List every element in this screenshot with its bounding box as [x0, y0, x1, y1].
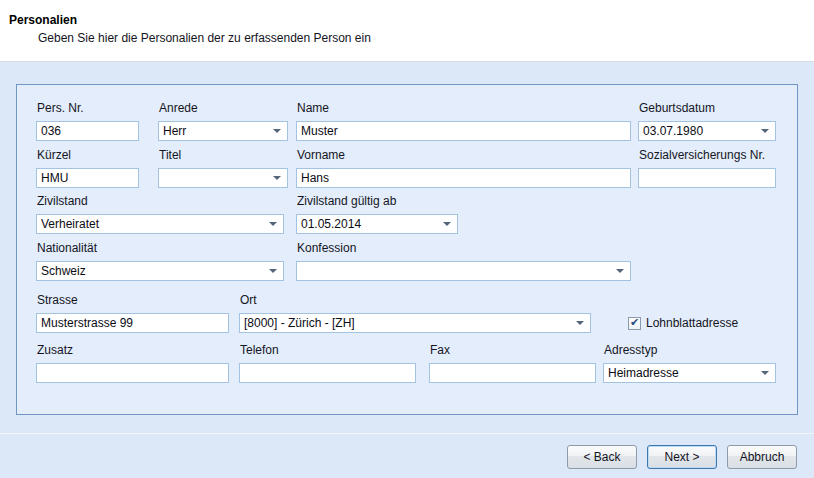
zusatz-label: Zusatz — [37, 343, 229, 358]
personalien-panel: Pers. Nr. Anrede Herr Name Geburtsdatum … — [16, 84, 798, 415]
field-zivilstand: Zivilstand Verheiratet — [36, 194, 284, 234]
field-kuerzel: Kürzel — [36, 148, 139, 188]
zivilstand-value: Verheiratet — [41, 217, 269, 231]
zivilstand-gueltig-ab-value: 01.05.2014 — [301, 217, 443, 231]
field-nationalitaet: Nationalität Schweiz — [36, 241, 284, 281]
titel-select[interactable] — [158, 168, 288, 188]
cancel-button[interactable]: Abbruch — [727, 445, 797, 469]
page-title: Personalien — [9, 13, 77, 27]
field-vorname: Vorname — [296, 148, 631, 188]
chevron-down-icon — [269, 269, 277, 273]
field-strasse: Strasse — [36, 293, 229, 333]
chevron-down-icon — [761, 129, 769, 133]
name-label: Name — [297, 101, 631, 116]
page-subtitle: Geben Sie hier die Personalien der zu er… — [38, 31, 371, 45]
chevron-down-icon — [576, 321, 584, 325]
nationalitaet-select[interactable]: Schweiz — [36, 261, 284, 281]
kuerzel-label: Kürzel — [37, 148, 139, 163]
field-anrede: Anrede Herr — [158, 101, 288, 141]
chevron-down-icon — [273, 129, 281, 133]
field-adresstyp: Adresstyp Heimadresse — [603, 343, 776, 383]
zivilstand-label: Zivilstand — [37, 194, 284, 209]
zusatz-input[interactable] — [36, 363, 229, 383]
field-zivilstand-gueltig-ab: Zivilstand gültig ab 01.05.2014 — [296, 194, 458, 234]
field-sozialversicherungs-nr: Sozialversicherungs Nr. — [638, 148, 776, 188]
sozialversicherungs-nr-input[interactable] — [638, 168, 776, 188]
zivilstand-select[interactable]: Verheiratet — [36, 214, 284, 234]
wizard-footer: < Back Next > Abbruch — [0, 433, 814, 478]
field-telefon: Telefon — [239, 343, 416, 383]
chevron-down-icon — [443, 222, 451, 226]
konfession-label: Konfession — [297, 241, 631, 256]
back-button[interactable]: < Back — [567, 445, 637, 469]
field-konfession: Konfession — [296, 241, 631, 281]
adresstyp-value: Heimadresse — [608, 366, 761, 380]
name-input[interactable] — [296, 121, 631, 141]
field-zusatz: Zusatz — [36, 343, 229, 383]
titel-label: Titel — [159, 148, 288, 163]
fax-label: Fax — [430, 343, 596, 358]
wizard-window: Personalien Geben Sie hier die Personali… — [0, 0, 814, 478]
wizard-header: Personalien Geben Sie hier die Personali… — [0, 0, 814, 62]
fax-input[interactable] — [429, 363, 596, 383]
next-button[interactable]: Next > — [647, 445, 717, 469]
lohnblattadresse-checkbox-row: ✔ Lohnblattadresse — [628, 313, 738, 333]
field-ort: Ort [8000] - Zürich - [ZH] — [239, 293, 591, 333]
check-icon: ✔ — [630, 317, 639, 328]
field-fax: Fax — [429, 343, 596, 383]
sozialversicherungs-nr-label: Sozialversicherungs Nr. — [639, 148, 776, 163]
wizard-body: Pers. Nr. Anrede Herr Name Geburtsdatum … — [0, 62, 814, 433]
ort-label: Ort — [240, 293, 591, 308]
vorname-label: Vorname — [297, 148, 631, 163]
strasse-label: Strasse — [37, 293, 229, 308]
adresstyp-select[interactable]: Heimadresse — [603, 363, 776, 383]
field-geburtsdatum: Geburtsdatum 03.07.1980 — [638, 101, 776, 141]
field-pers-nr: Pers. Nr. — [36, 101, 139, 141]
lohnblattadresse-label: Lohnblattadresse — [646, 316, 738, 330]
telefon-input[interactable] — [239, 363, 416, 383]
strasse-input[interactable] — [36, 313, 229, 333]
chevron-down-icon — [761, 371, 769, 375]
anrede-label: Anrede — [159, 101, 288, 116]
anrede-select[interactable]: Herr — [158, 121, 288, 141]
pers-nr-label: Pers. Nr. — [37, 101, 139, 116]
geburtsdatum-select[interactable]: 03.07.1980 — [638, 121, 776, 141]
adresstyp-label: Adresstyp — [604, 343, 776, 358]
chevron-down-icon — [273, 176, 281, 180]
chevron-down-icon — [616, 269, 624, 273]
chevron-down-icon — [269, 222, 277, 226]
kuerzel-input[interactable] — [36, 168, 139, 188]
field-name: Name — [296, 101, 631, 141]
lohnblattadresse-checkbox[interactable]: ✔ — [628, 317, 641, 330]
konfession-select[interactable] — [296, 261, 631, 281]
zivilstand-gueltig-ab-select[interactable]: 01.05.2014 — [296, 214, 458, 234]
nationalitaet-value: Schweiz — [41, 264, 269, 278]
geburtsdatum-value: 03.07.1980 — [643, 124, 761, 138]
telefon-label: Telefon — [240, 343, 416, 358]
anrede-value: Herr — [163, 124, 273, 138]
field-titel: Titel — [158, 148, 288, 188]
nationalitaet-label: Nationalität — [37, 241, 284, 256]
ort-select[interactable]: [8000] - Zürich - [ZH] — [239, 313, 591, 333]
zivilstand-gueltig-ab-label: Zivilstand gültig ab — [297, 194, 458, 209]
vorname-input[interactable] — [296, 168, 631, 188]
pers-nr-input[interactable] — [36, 121, 139, 141]
geburtsdatum-label: Geburtsdatum — [639, 101, 776, 116]
ort-value: [8000] - Zürich - [ZH] — [244, 316, 576, 330]
